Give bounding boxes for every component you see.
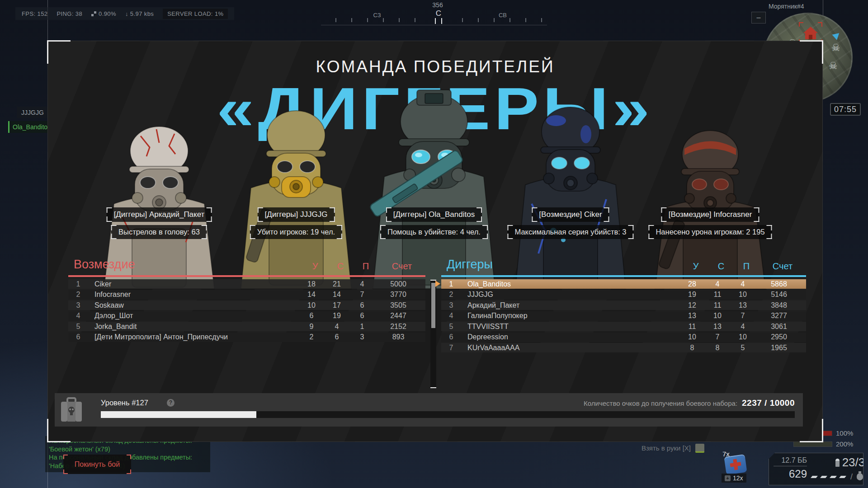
table-row: 2JJJGJG1911105146 [441, 290, 806, 300]
pickup-hint: Взять в руки [X] [588, 444, 691, 452]
battlepass-points-label: Количество очков до получения боевого на… [584, 399, 737, 407]
mvp-stat: Максимальная серия убийств: 3 [507, 225, 633, 239]
scoreboard-scrollbar[interactable] [430, 280, 436, 388]
plus-icon: + [725, 475, 731, 481]
pickup-item-icon [695, 444, 704, 453]
mvp-player-name: [Диггеры] Аркадий_Пакет [107, 207, 212, 222]
mvp-card: [Возмездие] Infocrasner Нанесено урона и… [648, 207, 772, 239]
column-header-kills: У [683, 261, 708, 272]
scoreboard-diggery: Диггеры У С П Счет 1Ola_Banditos28445868… [441, 257, 806, 354]
mvp-player-name: [Диггеры] Ola_Banditos [386, 207, 482, 222]
mvp-card: [Возмездие] Ciker Максимальная серия уби… [507, 207, 633, 239]
player-arrow-icon [832, 30, 841, 40]
mvp-stat: Нанесено урона игрокам: 2 195 [648, 225, 772, 239]
ammo-reserve-block: 12.7 ББ 629 [769, 453, 811, 485]
magazine-block: 23/30 / 0 [811, 453, 868, 485]
table-row-highlighted: 1Ola_Banditos28445868 [441, 279, 806, 289]
ammo-panel: 12.7 ББ 629 23/30 / 0 [769, 453, 863, 485]
table-row: 4Дэлор_Шот61962447 [68, 311, 425, 321]
team-accent-rule [441, 275, 806, 277]
packet-loss-icon [91, 11, 96, 16]
table-row: 4ГалинаПолупокер131073277 [441, 311, 806, 321]
table-row: 5TTVVIISSTT111343061 [441, 322, 806, 331]
performance-bar: FPS: 152 PING: 38 0.90% ↓ 5.97 kbs SERVE… [15, 7, 234, 20]
compass-pointer [435, 18, 436, 24]
medkit-count: 7x [722, 450, 730, 458]
panel-corner-bracket [47, 40, 71, 64]
mvp-stat: Помощь в убийстве: 4 чел. [380, 225, 488, 239]
battlepass-progress-fill [101, 411, 256, 418]
mvp-player-name: [Диггеры] JJJGJG [258, 207, 335, 222]
current-player-arrow-icon [435, 281, 440, 287]
panel-corner-bracket [800, 419, 823, 442]
table-row: 5Jorka_Bandit9412152 [68, 322, 425, 331]
table-row: 6[Дети Митрополита] Антон_Припесдучи2638… [68, 333, 425, 342]
compass-northeast-label: СВ [494, 12, 512, 19]
column-header-assists: П [734, 261, 759, 272]
compass-north-label: С [428, 9, 449, 18]
scrollbar-thumb[interactable] [431, 283, 435, 328]
grenade-icon [857, 473, 863, 480]
mvp-card: [Диггеры] Аркадий_Пакет Выстрелов в голо… [107, 207, 212, 239]
panel-corner-bracket [800, 40, 823, 64]
column-header-score: Счет [759, 261, 806, 272]
table-row: 3Soskaaw101763505 [68, 300, 425, 310]
table-row: 1Ciker182145000 [68, 279, 425, 289]
durability-slash [820, 476, 827, 478]
grenade-count: 0 [866, 471, 868, 482]
battlepass-bar: Уровень #127 ? Количество очков до получ… [55, 393, 803, 427]
table-row: 3Аркадий_Пакет1211133848 [441, 300, 806, 310]
chat-line: 'Боевой жетон' (x79) [49, 445, 207, 454]
durability-slash [811, 476, 818, 478]
battlepass-level: Уровень #127 [101, 399, 148, 407]
fps-counter: FPS: 152 [22, 10, 47, 17]
stim-badge: + 12x [722, 474, 746, 483]
death-skull-icon: ☠ [831, 42, 840, 54]
victory-screen-panel: КОМАНДА ПОБЕДИТЕЛЕЙ «ДИГГЕРЫ» [47, 41, 823, 442]
mvp-card: [Диггеры] Ola_Banditos Помощь в убийстве… [380, 207, 488, 239]
durability-slash [830, 476, 837, 478]
table-row: 6Depreession107102950 [441, 333, 806, 342]
death-skull-icon: ☠ [829, 60, 838, 72]
ping-counter: PING: 38 [57, 10, 82, 17]
bandwidth: ↓ 5.97 kbs [125, 10, 154, 17]
panel-corner-bracket [47, 419, 71, 442]
column-header-kills: У [302, 261, 328, 272]
packet-loss: 0.90% [91, 10, 116, 17]
info-icon[interactable]: ? [167, 399, 175, 407]
compass-northwest-label: СЗ [368, 12, 386, 19]
durability-slash [839, 476, 846, 478]
magazine-count: 23/30 [842, 455, 868, 469]
table-row: 7KUrVaAaaaAAA8851965 [441, 343, 806, 352]
frame-line [47, 0, 48, 41]
divider: / [850, 472, 853, 482]
mvp-stat: Убито игроков: 19 чел. [250, 225, 342, 239]
mvp-player-name: [Возмездие] Infocrasner [661, 207, 760, 222]
compass-heading: 356 [424, 1, 451, 9]
team-name: Диггеры [441, 258, 683, 272]
scoreboard-vozmezdie: Возмездие У С П Счет 1Ciker182145000 2In… [68, 257, 425, 343]
battlepass-progress-track [101, 411, 795, 418]
armor-label: 200% [836, 440, 853, 448]
column-header-deaths: С [328, 261, 353, 272]
stim-count: 12x [733, 474, 743, 482]
health-label: 100% [836, 429, 853, 437]
compass-baseline [321, 25, 547, 25]
column-header-score: Счет [378, 261, 425, 272]
team-name: Возмездие [68, 258, 302, 272]
bullet-icon [835, 459, 840, 467]
mvp-card: [Диггеры] JJJGJG Убито игроков: 19 чел. [250, 207, 342, 239]
divider [774, 466, 807, 466]
server-load: SERVER LOAD: 1% [163, 9, 228, 19]
table-row: 2Infocrasner141473770 [68, 290, 425, 300]
ammo-reserve-count: 629 [789, 468, 807, 480]
ammo-caliber: 12.7 ББ [781, 456, 807, 465]
battlepass-points-value: 2237 / 10000 [742, 398, 795, 408]
team-accent-rule [68, 275, 425, 277]
leave-battle-button[interactable]: Покинуть бой [63, 455, 131, 474]
mvp-stat: Выстрелов в голову: 63 [111, 225, 207, 239]
column-header-assists: П [353, 261, 378, 272]
minimap-location-label: Морятник#4 [769, 3, 804, 10]
winning-team-name: «ДИГГЕРЫ» [1, 75, 868, 143]
minimap-zoom-out-button[interactable]: – [751, 12, 766, 23]
